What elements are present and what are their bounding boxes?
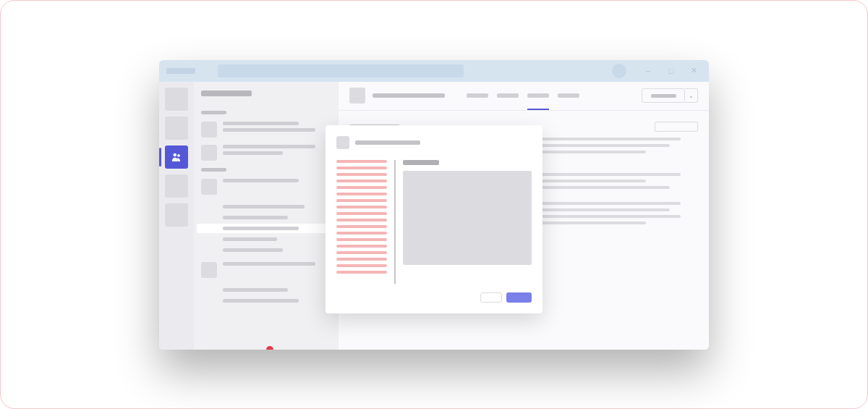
modal-nav-item[interactable] bbox=[336, 173, 387, 176]
modal-footer bbox=[336, 292, 532, 303]
modal-nav-item[interactable] bbox=[336, 258, 387, 261]
modal-header bbox=[336, 136, 532, 149]
tab-files[interactable] bbox=[497, 93, 519, 98]
notification-badge bbox=[266, 346, 273, 350]
content-header: ⌄ bbox=[339, 82, 709, 111]
minimize-button[interactable]: − bbox=[641, 66, 655, 76]
modal-nav-item[interactable] bbox=[336, 225, 387, 228]
tab-posts[interactable] bbox=[467, 93, 488, 98]
modal-nav-item[interactable] bbox=[336, 219, 387, 222]
modal-nav-item[interactable] bbox=[336, 166, 387, 169]
modal-preview-image bbox=[403, 171, 532, 265]
team-avatar bbox=[201, 145, 217, 161]
team-item[interactable] bbox=[201, 145, 331, 161]
maximize-button[interactable]: □ bbox=[664, 66, 678, 76]
window-controls: − □ ✕ bbox=[641, 66, 702, 76]
modal-nav-item[interactable] bbox=[336, 212, 387, 215]
modal-dialog bbox=[326, 125, 542, 313]
modal-nav-item[interactable] bbox=[336, 271, 387, 274]
channel-item-selected[interactable] bbox=[197, 224, 331, 233]
close-button[interactable]: ✕ bbox=[687, 66, 702, 76]
search-input[interactable] bbox=[218, 64, 464, 77]
modal-nav-list bbox=[336, 160, 387, 284]
modal-nav-item[interactable] bbox=[336, 264, 387, 267]
modal-icon bbox=[336, 136, 349, 149]
app-rail bbox=[159, 82, 194, 350]
channel-item[interactable] bbox=[201, 245, 331, 255]
channel-item[interactable] bbox=[201, 235, 331, 244]
cancel-button[interactable] bbox=[480, 292, 502, 303]
rail-apps[interactable] bbox=[165, 203, 188, 227]
team-avatar bbox=[201, 262, 217, 278]
rail-chat[interactable] bbox=[165, 117, 188, 140]
team-item[interactable] bbox=[201, 122, 331, 138]
sidebar bbox=[194, 82, 339, 350]
app-window: − □ ✕ bbox=[159, 60, 709, 350]
channel-item[interactable] bbox=[201, 296, 331, 305]
modal-nav-item[interactable] bbox=[336, 186, 387, 189]
modal-nav-item[interactable] bbox=[336, 232, 387, 235]
modal-body bbox=[336, 160, 532, 284]
modal-nav-item[interactable] bbox=[336, 238, 387, 241]
sidebar-section-pinned bbox=[201, 111, 226, 114]
confirm-button[interactable] bbox=[506, 292, 532, 303]
channel-item[interactable] bbox=[201, 202, 331, 211]
team-avatar bbox=[201, 179, 217, 195]
modal-nav-item[interactable] bbox=[336, 160, 387, 163]
channel-title bbox=[373, 93, 445, 98]
channel-item[interactable] bbox=[201, 213, 331, 222]
tab-more[interactable] bbox=[558, 93, 579, 98]
modal-nav-item[interactable] bbox=[336, 245, 387, 248]
svg-point-0 bbox=[174, 153, 177, 156]
user-avatar[interactable] bbox=[612, 64, 626, 78]
team-item[interactable] bbox=[201, 262, 331, 278]
channel-item[interactable] bbox=[201, 285, 331, 295]
modal-nav-item[interactable] bbox=[336, 251, 387, 254]
team-item[interactable] bbox=[201, 179, 331, 195]
app-logo bbox=[166, 68, 195, 74]
team-avatar bbox=[201, 122, 217, 138]
svg-point-1 bbox=[177, 153, 180, 156]
modal-preview bbox=[394, 160, 532, 284]
rail-teams[interactable] bbox=[165, 146, 188, 169]
modal-nav-item[interactable] bbox=[336, 199, 387, 202]
meet-button[interactable] bbox=[642, 88, 685, 103]
modal-nav-item[interactable] bbox=[336, 180, 387, 182]
modal-nav-item[interactable] bbox=[336, 206, 387, 208]
sidebar-title bbox=[201, 90, 252, 96]
channel-icon bbox=[349, 88, 365, 104]
modal-nav-item[interactable] bbox=[336, 193, 387, 195]
modal-title bbox=[355, 140, 420, 145]
message-action-button[interactable] bbox=[655, 122, 698, 132]
channel-tabs bbox=[467, 93, 579, 98]
modal-subtitle bbox=[403, 160, 439, 165]
tab-wiki[interactable] bbox=[527, 93, 549, 98]
meet-dropdown[interactable]: ⌄ bbox=[685, 88, 698, 103]
titlebar: − □ ✕ bbox=[159, 60, 709, 82]
rail-activity[interactable] bbox=[165, 88, 188, 111]
teams-icon bbox=[170, 151, 183, 164]
rail-calendar[interactable] bbox=[165, 174, 188, 198]
sidebar-section-yourteams bbox=[201, 168, 226, 172]
